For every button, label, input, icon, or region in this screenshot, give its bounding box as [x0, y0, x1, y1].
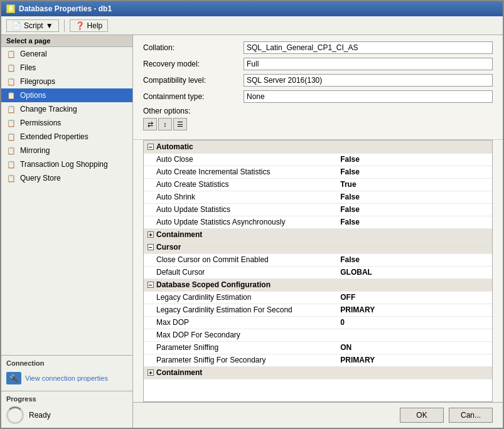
table-row: Auto Update StatisticsFalse [144, 203, 492, 216]
ok-button[interactable]: OK [400, 408, 444, 423]
window-icon: 🗄 [6, 4, 15, 13]
row-value[interactable]: False [335, 216, 492, 228]
sidebar-item-label: Filegroups [20, 77, 55, 86]
row-value[interactable]: OFF [335, 291, 492, 304]
section-label: Containment [156, 368, 202, 377]
row-label: Legacy Cardinlity Estimation [144, 291, 335, 304]
help-icon: ❓ [75, 21, 85, 30]
title-bar: 🗄 Database Properties - db1 [1, 1, 503, 16]
row-value[interactable]: False [335, 153, 492, 166]
script-button[interactable]: 📄 Script ▼ [6, 19, 59, 32]
footer: OK Can... [133, 402, 503, 428]
query-store-icon: 📋 [6, 173, 16, 183]
options-list-btn[interactable]: ☰ [173, 118, 187, 130]
sidebar-item-label: Mirroring [20, 146, 50, 155]
sidebar-item-permissions[interactable]: 📋Permissions [1, 116, 132, 130]
section-header-automatic[interactable]: −Automatic [144, 140, 492, 153]
sidebar-item-label: Change Tracking [20, 105, 77, 114]
view-connection-link[interactable]: View connection properties [25, 374, 108, 382]
row-value[interactable] [335, 329, 492, 341]
right-panel: Collation:SQL_Latin_General_CP1_CI_ASRec… [133, 35, 503, 428]
other-options-label: Other options: [143, 107, 493, 115]
form-row: Compatibility level:SQL Server 2016(130) [143, 74, 493, 87]
collapse-icon[interactable]: − [147, 282, 154, 288]
row-label: Auto Update Statistics [144, 203, 335, 216]
row-value[interactable]: False [335, 253, 492, 266]
sidebar-item-general[interactable]: 📋General [1, 47, 132, 61]
row-value[interactable]: True [335, 178, 492, 191]
sidebar-item-transaction-log[interactable]: 📋Transaction Log Shopping [1, 157, 132, 171]
row-label: Max DOP [144, 316, 335, 329]
row-label: Auto Create Incremental Statistics [144, 166, 335, 178]
row-label: Auto Shrink [144, 191, 335, 203]
row-value[interactable]: ON [335, 341, 492, 354]
section-label: Automatic [156, 142, 193, 151]
section-header-containment[interactable]: +Containment [144, 228, 492, 241]
options-sort-btn[interactable]: ⇄ [143, 118, 157, 130]
sidebar-item-label: Permissions [20, 119, 61, 127]
grid-container[interactable]: −AutomaticAuto CloseFalseAuto Create Inc… [143, 140, 493, 402]
sidebar-item-change-tracking[interactable]: 📋Change Tracking [1, 102, 132, 116]
collapse-icon[interactable]: + [147, 369, 154, 376]
table-row: Auto CloseFalse [144, 153, 492, 166]
sidebar-item-options[interactable]: 📋Options [1, 88, 132, 102]
row-value[interactable]: GLOBAL [335, 266, 492, 278]
sidebar-item-extended-properties[interactable]: 📋Extended Properties [1, 130, 132, 144]
options-toolbar: ⇄ ↕ ☰ [143, 118, 493, 130]
form-value[interactable]: SQL Server 2016(130) [244, 74, 493, 87]
row-value[interactable]: PRIMARY [335, 304, 492, 316]
table-row: Auto Create StatisticsTrue [144, 178, 492, 191]
section-header-database-scoped-config[interactable]: −Database Scoped Configuration [144, 278, 492, 291]
progress-section: Progress Ready [1, 391, 132, 428]
form-label: Collation: [143, 43, 244, 52]
form-value[interactable]: Full [244, 58, 493, 70]
form-row: Recovery model:Full [143, 58, 493, 70]
sidebar-item-files[interactable]: 📋Files [1, 61, 132, 75]
options-icon: 📋 [6, 90, 16, 100]
main-content: Select a page 📋General📋Files📋Filegroups📋… [1, 35, 503, 428]
form-section: Collation:SQL_Latin_General_CP1_CI_ASRec… [133, 35, 503, 140]
toolbar-divider [64, 19, 65, 32]
row-value[interactable]: False [335, 166, 492, 178]
form-label: Containment type: [143, 92, 244, 101]
toolbar: 📄 Script ▼ ❓ Help [1, 16, 503, 35]
sidebar-item-label: Transaction Log Shopping [20, 160, 108, 169]
filegroups-icon: 📋 [6, 77, 16, 87]
progress-ready: Ready [6, 406, 127, 424]
general-icon: 📋 [6, 49, 16, 59]
section-header-cursor[interactable]: −Cursor [144, 241, 492, 253]
extended-properties-icon: 📋 [6, 132, 16, 142]
row-value[interactable]: False [335, 203, 492, 216]
spinner-icon [6, 406, 24, 424]
form-row: Collation:SQL_Latin_General_CP1_CI_AS [143, 41, 493, 54]
sidebar-item-label: Files [20, 63, 36, 72]
sidebar-item-filegroups[interactable]: 📋Filegroups [1, 75, 132, 88]
options-sort-az-btn[interactable]: ↕ [158, 118, 172, 130]
row-value[interactable]: False [335, 191, 492, 203]
collapse-icon[interactable]: + [147, 231, 154, 238]
cancel-button[interactable]: Can... [449, 408, 493, 423]
form-row: Containment type:None [143, 90, 493, 103]
help-button[interactable]: ❓ Help [70, 19, 109, 32]
table-row: Parameter Sniffig For SecondaryPRIMARY [144, 354, 492, 366]
sidebar-item-label: Extended Properties [20, 132, 88, 141]
form-value[interactable]: SQL_Latin_General_CP1_CI_AS [244, 41, 493, 54]
row-value[interactable]: PRIMARY [335, 354, 492, 366]
form-value[interactable]: None [244, 90, 493, 103]
row-value[interactable]: 0 [335, 316, 492, 329]
sidebar-item-mirroring[interactable]: 📋Mirroring [1, 144, 132, 157]
collapse-icon[interactable]: − [147, 144, 154, 150]
section-label: Database Scoped Configuration [156, 280, 271, 289]
sidebar-section-title: Select a page [1, 35, 132, 47]
collapse-icon[interactable]: − [147, 244, 154, 250]
table-row: Max DOP0 [144, 316, 492, 329]
sidebar-item-query-store[interactable]: 📋Query Store [1, 171, 132, 185]
row-label: Max DOP For Secondary [144, 329, 335, 341]
connection-title: Connection [6, 359, 127, 367]
form-label: Recovery model: [143, 60, 244, 68]
progress-title: Progress [6, 395, 127, 403]
section-header-containment2[interactable]: +Containment [144, 366, 492, 379]
table-row: Parameter SniffingON [144, 341, 492, 354]
row-label: Parameter Sniffing [144, 341, 335, 354]
sidebar-item-label: General [20, 50, 47, 58]
